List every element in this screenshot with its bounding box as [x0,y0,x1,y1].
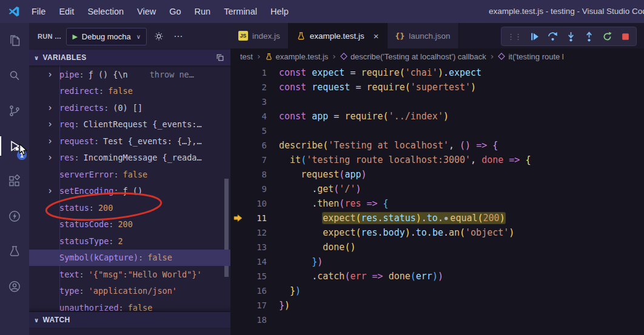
continue-button[interactable] [529,32,540,42]
breadcrumb-file[interactable]: example.test.js [265,52,329,61]
code-line-1[interactable]: 1const expect = require('chai').expect [230,65,644,80]
glyph-margin[interactable] [230,80,246,95]
variable-row-redirect[interactable]: redirect:false [29,83,230,100]
code-line-4[interactable]: 4const app = require('../index') [230,109,644,124]
variable-row-type[interactable]: type:'application/json' [29,283,230,300]
code-line-18[interactable]: 18 [230,313,644,327]
thunder-client-icon[interactable] [0,199,29,234]
menu-run[interactable]: Run [188,0,218,23]
variable-row-redirects[interactable]: ›redirects:(0) [] [29,99,230,116]
glyph-margin[interactable] [230,196,246,211]
menu-help[interactable]: Help [264,0,295,23]
step-out-button[interactable] [584,32,594,42]
code-line-13[interactable]: 13 done() [230,240,644,254]
variable-row-serverError[interactable]: serverError:false [29,166,230,183]
code-area[interactable]: 1const expect = require('chai').expect2c… [230,64,644,335]
chevron-right-icon[interactable]: › [47,102,59,113]
menu-terminal[interactable]: Terminal [217,0,264,23]
variable-row-statusType[interactable]: statusType:2 [29,233,230,250]
variable-row-setEncoding[interactable]: ›setEncoding:ƒ () [29,183,230,200]
debug-config-dropdown[interactable]: ▶ Debug mocha ∨ [66,28,147,45]
explorer-icon[interactable] [0,23,29,58]
code-line-9[interactable]: 9 .get('/') [230,182,644,196]
chevron-down-icon: ∨ [136,33,141,40]
variable-row-request[interactable]: ›request:Test {_events: {…},… [29,133,230,150]
menu-file[interactable]: File [25,0,52,23]
debug-current-line-arrow-icon[interactable] [230,211,246,225]
editor-group: JS index.js example.test.js × {} launch.… [230,23,644,335]
code-line-12[interactable]: 12 expect(res.body).to.be.an('object') [230,225,644,240]
glyph-margin[interactable] [230,167,246,182]
glyph-margin[interactable] [230,284,246,298]
chevron-right-icon[interactable]: › [47,152,59,163]
close-icon[interactable]: × [374,31,379,41]
code-line-5[interactable]: 5 [230,124,644,138]
variable-row-Symbol(kCapture)[interactable]: Symbol(kCapture):false [29,250,230,267]
account-icon[interactable] [0,269,29,304]
code-line-7[interactable]: 7 it('testing route localhost:3000', don… [230,153,644,167]
variable-row-res[interactable]: ›res:IncomingMessage {_reada… [29,150,230,167]
watch-section-header[interactable]: ∨ WATCH [29,311,230,328]
code-line-14[interactable]: 14 }) [230,254,644,269]
breadcrumb-describe-callback[interactable]: describe('Testing at localhost') callbac… [340,52,486,61]
menu-edit[interactable]: Edit [52,0,81,23]
glyph-margin[interactable] [230,182,246,196]
glyph-margin[interactable] [230,298,246,313]
code-line-3[interactable]: 3 [230,95,644,109]
glyph-margin[interactable] [230,138,246,153]
tab-launch-json[interactable]: {} launch.json [387,23,459,48]
testing-icon[interactable] [0,234,29,269]
code-line-2[interactable]: 2const request = require('supertest') [230,80,644,95]
drag-handle-icon[interactable]: ⋮⋮ [507,32,522,41]
breadcrumb-it-callback[interactable]: it('testing route l [498,52,563,61]
line-number: 16 [246,284,267,298]
search-icon[interactable] [0,58,29,93]
glyph-margin[interactable] [230,225,246,240]
variable-row-unauthorized[interactable]: unauthorized:false [29,299,230,311]
glyph-margin[interactable] [230,240,246,254]
chevron-right-icon[interactable]: › [47,185,59,196]
glyph-margin[interactable] [230,95,246,109]
more-actions-icon[interactable]: ⋯ [171,31,185,42]
code-line-10[interactable]: 10 .then(res => { [230,196,644,211]
variables-section-header[interactable]: ∨ VARIABLES [29,50,230,65]
menu-selection[interactable]: Selection [81,0,130,23]
chevron-right-icon[interactable]: › [47,136,59,147]
code-line-6[interactable]: 6describe('Testing at localhost', () => … [230,138,644,153]
settings-gear-icon[interactable] [152,32,166,41]
extensions-icon[interactable] [0,164,29,199]
chevron-right-icon[interactable]: › [47,69,59,80]
stop-button[interactable] [620,32,631,42]
step-over-button[interactable] [548,32,558,42]
chevron-right-icon[interactable]: › [47,119,59,130]
variable-row-status[interactable]: status:200 [29,199,230,216]
variable-row-statusCode[interactable]: statusCode:200 [29,216,230,233]
breadcrumb-folder[interactable]: test [240,52,253,61]
variable-row-req[interactable]: ›req:ClientRequest {_events:… [29,116,230,133]
code-line-17[interactable]: 17}) [230,298,644,313]
variable-row-text[interactable]: text:'{"msg":"Hello World"}' [29,266,230,283]
tab-example-test-js[interactable]: example.test.js × [289,23,387,48]
variable-row-pipe[interactable]: ›pipe:ƒ () {\nthrow ne… [29,66,230,83]
code-line-16[interactable]: 16 }) [230,284,644,298]
glyph-margin[interactable] [230,65,246,80]
code-line-11[interactable]: 11 expect(res.status).to.●equal(200) [230,211,644,225]
source-control-icon[interactable] [0,93,29,128]
step-into-button[interactable] [566,32,576,42]
run-and-debug-icon[interactable]: 1 [0,128,29,164]
code-line-8[interactable]: 8 request(app) [230,167,644,182]
menu-go[interactable]: Go [163,0,187,23]
glyph-margin[interactable] [230,124,246,138]
glyph-margin[interactable] [230,269,246,284]
start-debug-icon[interactable]: ▶ [72,33,77,41]
restart-button[interactable] [602,32,612,42]
tab-index-js[interactable]: JS index.js [230,23,289,48]
glyph-margin[interactable] [230,109,246,124]
glyph-margin[interactable] [230,313,246,327]
menu-view[interactable]: View [130,0,163,23]
collapse-all-icon[interactable] [216,53,224,62]
code-line-15[interactable]: 15 .catch(err => done(err)) [230,269,644,284]
glyph-margin[interactable] [230,153,246,167]
debug-statement-highlight: expect(res.status).to.●equal(200) [323,213,505,224]
glyph-margin[interactable] [230,254,246,269]
